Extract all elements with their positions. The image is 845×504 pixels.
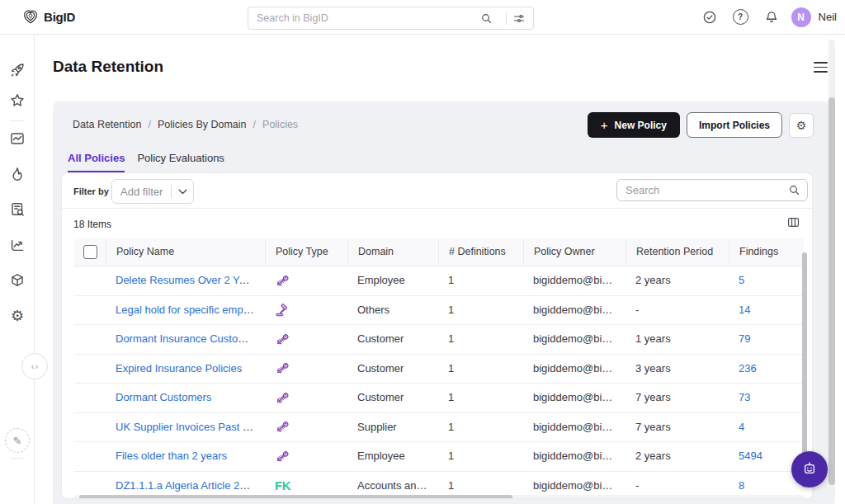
hamburger-menu-icon[interactable] [814, 62, 828, 73]
findings-link[interactable]: 5494 [739, 450, 762, 462]
advanced-search-icon[interactable] [512, 12, 533, 25]
policy-name-link[interactable]: UK Supplier Invoices Past Retention [116, 421, 265, 433]
breadcrumb: Data Retention / Policies By Domain / Po… [73, 119, 298, 130]
top-bar: BigID ? [0, 0, 845, 35]
definitions-cell: 1 [438, 325, 523, 354]
add-filter-label: Add filter [112, 186, 171, 198]
gavel-legal-hold-icon [275, 303, 290, 318]
retention-cell: 3 years [625, 355, 729, 384]
page-scrollbar[interactable] [828, 97, 835, 485]
fishbone-deletion-icon [271, 387, 294, 409]
row-checkbox-cell [74, 266, 106, 295]
retention-cell: 2 years [625, 266, 729, 295]
add-filter-dropdown[interactable]: Add filter [111, 179, 194, 204]
breadcrumb-item[interactable]: Policies By Domain [158, 119, 247, 130]
import-policies-button[interactable]: Import Policies [687, 112, 782, 138]
findings-cell: 4 [729, 413, 804, 442]
table-row[interactable]: Files older than 2 yearsEmployee1bigidde… [74, 442, 804, 472]
policies-card: Data Retention / Policies By Domain / Po… [53, 101, 833, 504]
policy-name-link[interactable]: Delete Resumes Over 2 Years Old [116, 274, 265, 286]
findings-link[interactable]: 5 [739, 274, 744, 286]
sidebar-collapse-button[interactable]: ‹ › [21, 353, 48, 379]
items-count: 18 Items [73, 219, 111, 230]
select-all-cell [74, 238, 106, 266]
bigid-logo[interactable]: BigID [21, 7, 75, 26]
domain-cell: Others [347, 296, 438, 325]
sidebar-divider [10, 120, 24, 121]
new-policy-button[interactable]: + New Policy [588, 112, 680, 138]
sidebar-item-image[interactable] [8, 130, 26, 148]
sidebar-item-report-search[interactable] [8, 200, 26, 219]
findings-cell: 73 [729, 384, 804, 412]
table-row[interactable]: Legal hold for specific employeeOthers1b… [74, 296, 804, 326]
fishbone-deletion-icon [271, 357, 294, 379]
search-icon[interactable] [788, 184, 807, 196]
policy-name-link[interactable]: Dormant Insurance Customers [116, 332, 262, 345]
policy-type-cell [265, 442, 347, 471]
notifications-bell-icon[interactable] [764, 10, 779, 25]
retention-cell: - [625, 296, 729, 325]
sidebar-item-star[interactable] [8, 92, 26, 110]
check-circle-icon[interactable] [702, 10, 717, 25]
search-icon[interactable] [480, 12, 500, 25]
findings-link[interactable]: 236 [739, 362, 757, 374]
policy-name-link[interactable]: Dormant Customers [116, 391, 211, 403]
table-header: Policy Name Policy Type Domain # Definit… [74, 238, 804, 266]
breadcrumb-item-current: Policies [262, 119, 298, 130]
owner-cell: bigiddemo@bigid.com [523, 355, 625, 384]
sidebar-item-settings[interactable]: ⚙ [8, 307, 26, 325]
table-row[interactable]: Dormant CustomersCustomer1bigiddemo@bigi… [74, 384, 804, 413]
chatbot-fab[interactable] [791, 451, 828, 488]
sidebar-item-flame[interactable] [8, 165, 26, 183]
domain-cell: Customer [347, 325, 438, 354]
plus-icon: + [601, 118, 608, 132]
table-horizontal-scrollbar[interactable] [79, 495, 512, 499]
definitions-cell: 1 [438, 355, 523, 384]
findings-link[interactable]: 79 [739, 332, 750, 345]
column-header[interactable]: Policy Owner [523, 238, 625, 266]
findings-link[interactable]: 4 [739, 421, 744, 433]
tab-all-policies[interactable]: All Policies [68, 152, 125, 172]
column-chooser-icon[interactable] [786, 215, 800, 229]
policy-name-cell: Delete Resumes Over 2 Years Old [106, 266, 265, 295]
breadcrumb-item[interactable]: Data Retention [73, 119, 141, 130]
policy-name-link[interactable]: Expired Insurance Policies [116, 362, 242, 374]
column-header[interactable]: Policy Name [106, 238, 265, 266]
policy-name-link[interactable]: Legal hold for specific employee [116, 304, 265, 316]
sidebar-item-trend-chart[interactable] [8, 236, 26, 254]
row-checkbox-cell [74, 296, 106, 325]
sidebar-footer-divider [10, 458, 24, 459]
findings-link[interactable]: 8 [739, 479, 744, 492]
pencil-icon: ✎ [13, 435, 22, 447]
policy-type-cell [265, 296, 347, 325]
column-header[interactable]: Policy Type [265, 238, 347, 266]
global-search-input[interactable] [248, 7, 480, 29]
table-search-input[interactable] [617, 184, 788, 196]
user-name: Neil [819, 11, 840, 23]
policy-name-cell: Dormant Insurance Customers [106, 325, 265, 354]
findings-link[interactable]: 73 [739, 391, 750, 403]
settings-gear-button[interactable]: ⚙ [789, 113, 814, 138]
column-header[interactable]: Retention Period [625, 238, 729, 266]
table-row[interactable]: Dormant Insurance CustomersCustomer1bigi… [74, 325, 804, 355]
column-header[interactable]: # Definitions [438, 238, 523, 266]
table-row[interactable]: Expired Insurance PoliciesCustomer1bigid… [74, 355, 804, 384]
table-row[interactable]: Delete Resumes Over 2 Years OldEmployee1… [74, 266, 804, 296]
tab-policy-evaluations[interactable]: Policy Evaluations [137, 152, 224, 172]
policy-name-link[interactable]: Files older than 2 years [116, 450, 227, 462]
table-row[interactable]: UK Supplier Invoices Past RetentionSuppl… [74, 413, 804, 443]
edit-mode-button[interactable]: ✎ [5, 428, 30, 453]
definitions-cell: 1 [438, 442, 523, 471]
avatar[interactable]: N [791, 7, 811, 27]
column-header[interactable]: Domain [347, 238, 438, 266]
owner-cell: bigiddemo@bigid.com [523, 296, 625, 325]
column-header[interactable]: Findings [729, 238, 804, 266]
chevron-down-icon [172, 189, 193, 195]
policy-name-link[interactable]: DZ1.1.1.a Algeria Article 22 Law na 0... [116, 479, 265, 492]
findings-cell: 5 [729, 266, 804, 295]
help-icon[interactable]: ? [733, 9, 748, 25]
sidebar-item-rocket[interactable] [8, 61, 26, 79]
findings-link[interactable]: 14 [739, 304, 750, 316]
sidebar-item-cube[interactable] [8, 271, 26, 290]
select-all-checkbox[interactable] [83, 245, 97, 259]
